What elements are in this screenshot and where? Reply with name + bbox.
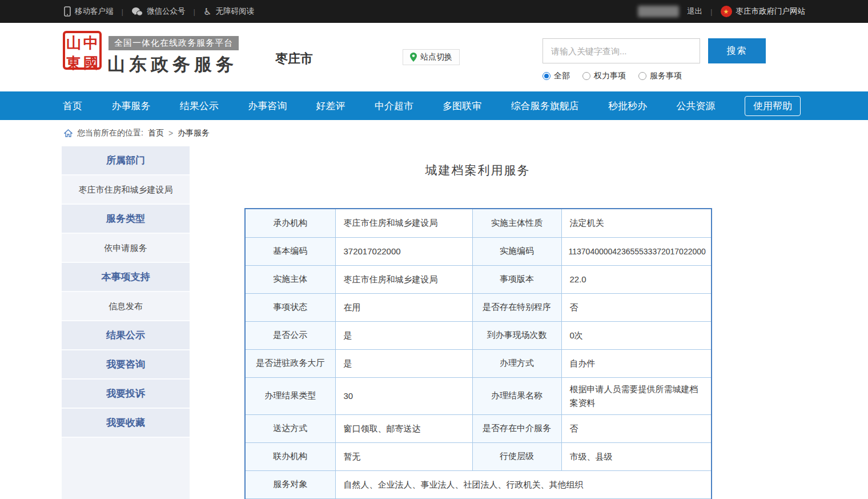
- sidebar-item-info-release[interactable]: 信息发布: [62, 292, 190, 321]
- table-cell-value: 法定机关: [561, 209, 712, 237]
- sidebar-item-this-matter-support[interactable]: 本事项支持: [62, 263, 190, 292]
- breadcrumb-separator: >: [168, 129, 173, 138]
- table-cell-label: 事项版本: [472, 265, 561, 293]
- filter-all[interactable]: 全部: [542, 71, 570, 81]
- wechat-label: 微信公众号: [147, 6, 186, 17]
- username-blurred: [638, 6, 679, 17]
- table-cell-label: 办理方式: [472, 349, 561, 377]
- table-cell-value: 暂无: [335, 442, 472, 470]
- city-name: 枣庄市: [275, 50, 313, 67]
- shandong-seal-logo: 山 中 東 國: [63, 31, 102, 70]
- table-cell-label: 行使层级: [472, 442, 561, 470]
- portal-link[interactable]: ★ 枣庄市政府门户网站: [721, 6, 806, 17]
- radio-icon[interactable]: [542, 72, 550, 80]
- table-cell-value: 否: [561, 293, 712, 321]
- sidebar-item-department[interactable]: 所属部门: [62, 146, 190, 175]
- service-info-table: 承办机构 枣庄市住房和城乡建设局 实施主体性质 法定机关 基本编码 372017…: [244, 208, 712, 499]
- sidebar-item-i-want-favorite[interactable]: 我要收藏: [62, 409, 190, 438]
- table-cell-value: 1137040000423655533372017022000: [561, 237, 712, 265]
- table-cell-label: 承办机构: [245, 209, 335, 237]
- mobile-phone-icon: [64, 6, 71, 17]
- filter-power-items[interactable]: 权力事项: [582, 71, 626, 81]
- sidebar-item-on-request-service[interactable]: 依申请服务: [62, 234, 190, 263]
- logout-link[interactable]: 退出: [687, 6, 702, 17]
- sidebar-item-result-publicity[interactable]: 结果公示: [62, 321, 190, 350]
- nav-item-public-resources[interactable]: 公共资源: [677, 99, 716, 113]
- table-cell-label: 服务对象: [245, 470, 335, 498]
- search-button[interactable]: 搜索: [708, 38, 766, 63]
- table-row: 送达方式 窗口领取、邮寄送达 是否存在中介服务 否: [245, 414, 712, 442]
- accessibility-icon: ♿: [203, 6, 211, 17]
- filter-power-items-label: 权力事项: [594, 71, 626, 81]
- table-row: 事项状态 在用 是否存在特别程序 否: [245, 293, 712, 321]
- search-filters: 全部 权力事项 服务事项: [542, 71, 682, 81]
- table-cell-value: 0次: [561, 321, 712, 349]
- filter-service-items[interactable]: 服务事项: [638, 71, 682, 81]
- table-cell-label: 是否公示: [245, 321, 335, 349]
- table-cell-label: 是否存在特别程序: [472, 293, 561, 321]
- nav-item-multi-review[interactable]: 多图联审: [443, 99, 481, 113]
- sidebar: 所属部门 枣庄市住房和城乡建设局 服务类型 依申请服务 本事项支持 信息发布 结…: [62, 146, 190, 499]
- table-cell-value: 22.0: [561, 265, 712, 293]
- table-row: 是否公示 是 到办事现场次数 0次: [245, 321, 712, 349]
- table-row: 实施主体 枣庄市住房和城乡建设局 事项版本 22.0: [245, 265, 712, 293]
- table-row: 承办机构 枣庄市住房和城乡建设局 实施主体性质 法定机关: [245, 209, 712, 237]
- breadcrumb-home-link[interactable]: 首页: [148, 128, 164, 138]
- topbar-left: 移动客户端 | 微信公众号 | ♿ 无障碍阅读: [64, 6, 254, 17]
- nav-item-services[interactable]: 办事服务: [111, 99, 150, 113]
- nav-item-agency-market[interactable]: 中介超市: [375, 99, 413, 113]
- mobile-app-link[interactable]: 移动客户端: [64, 6, 114, 17]
- table-cell-label: 实施主体性质: [472, 209, 561, 237]
- table-cell-value: 在用: [335, 293, 472, 321]
- page-title: 城建档案利用服务: [244, 162, 711, 178]
- search-input[interactable]: [542, 38, 700, 63]
- nav-help-button[interactable]: 使用帮助: [745, 96, 801, 116]
- wechat-link[interactable]: 微信公众号: [131, 6, 186, 17]
- table-cell-label: 是否进驻政务大厅: [245, 349, 335, 377]
- location-pin-icon: [410, 53, 417, 62]
- topbar-separator: |: [194, 7, 196, 16]
- radio-icon[interactable]: [582, 72, 590, 80]
- nav-item-instant-approval[interactable]: 秒批秒办: [608, 99, 647, 113]
- sidebar-item-service-type[interactable]: 服务类型: [62, 205, 190, 234]
- sidebar-item-housing-bureau[interactable]: 枣庄市住房和城乡建设局: [62, 175, 190, 205]
- table-cell-value: 372017022000: [335, 237, 472, 265]
- main-nav: 首页 办事服务 结果公示 办事咨询 好差评 中介超市 多图联审 综合服务旗舰店 …: [0, 91, 868, 120]
- table-cell-value: 窗口领取、邮寄送达: [335, 414, 472, 442]
- table-cell-label: 到办事现场次数: [472, 321, 561, 349]
- table-row: 联办机构 暂无 行使层级 市级、县级: [245, 442, 712, 470]
- seal-char: 山: [65, 33, 82, 53]
- table-cell-value: 否: [561, 414, 712, 442]
- table-cell-value: 自然人、企业法人、事业法人、社团法人、行政机关、其他组织: [335, 470, 712, 498]
- nav-item-results[interactable]: 结果公示: [180, 99, 219, 113]
- table-cell-label: 实施编码: [472, 237, 561, 265]
- portal-label: 枣庄市政府门户网站: [736, 6, 806, 17]
- filter-all-label: 全部: [554, 71, 570, 81]
- table-cell-value: 30: [335, 377, 472, 414]
- accessibility-link[interactable]: ♿ 无障碍阅读: [203, 6, 254, 17]
- home-icon: [64, 129, 73, 137]
- topbar-separator: |: [710, 7, 713, 16]
- seal-char: 中: [82, 33, 99, 53]
- nav-item-home[interactable]: 首页: [63, 99, 82, 113]
- sidebar-item-i-want-consult[interactable]: 我要咨询: [62, 350, 190, 380]
- wechat-icon: [131, 7, 143, 17]
- seal-char: 東: [65, 53, 82, 73]
- page: 移动客户端 | 微信公众号 | ♿ 无障碍阅读 退出 | ★ 枣庄市政府门户网站: [0, 0, 868, 499]
- table-cell-value: 枣庄市住房和城乡建设局: [335, 265, 472, 293]
- site-switch-button[interactable]: 站点切换: [403, 49, 460, 65]
- table-cell-value: 自办件: [561, 349, 712, 377]
- nav-item-flagship-store[interactable]: 综合服务旗舰店: [511, 99, 579, 113]
- topbar-right: 退出 | ★ 枣庄市政府门户网站: [638, 6, 805, 17]
- table-row: 是否进驻政务大厅 是 办理方式 自办件: [245, 349, 712, 377]
- radio-icon[interactable]: [638, 72, 646, 80]
- mobile-app-label: 移动客户端: [75, 6, 114, 17]
- table-cell-value: 枣庄市住房和城乡建设局: [335, 209, 472, 237]
- seal-char: 國: [82, 53, 99, 73]
- nav-item-consult[interactable]: 办事咨询: [248, 99, 287, 113]
- nav-item-rating[interactable]: 好差评: [316, 99, 345, 113]
- breadcrumb-current[interactable]: 办事服务: [178, 128, 210, 138]
- national-emblem-icon: ★: [721, 6, 732, 17]
- sidebar-item-i-want-complain[interactable]: 我要投诉: [62, 380, 190, 409]
- table-cell-label: 联办机构: [245, 442, 335, 470]
